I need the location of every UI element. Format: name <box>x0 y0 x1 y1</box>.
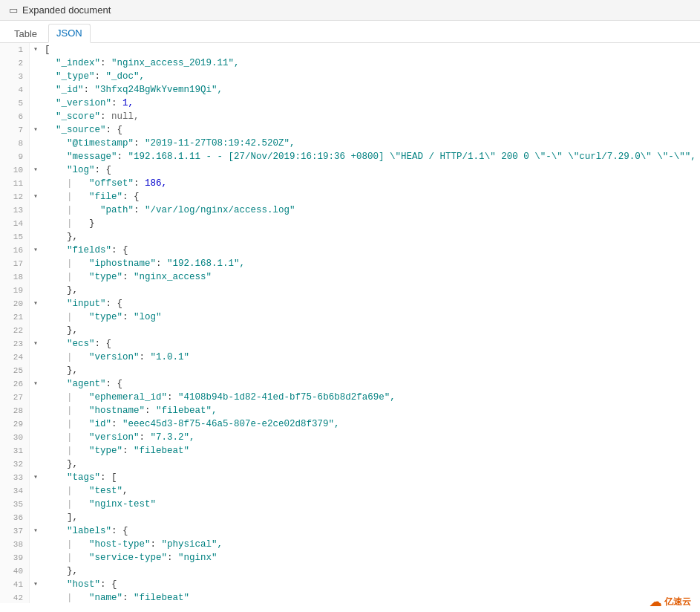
line-content: "agent": { <box>42 377 700 391</box>
json-line-12: 12▾ | "file": { <box>0 190 700 204</box>
line-content: "_source": { <box>42 123 700 137</box>
line-number: 13 <box>0 204 30 217</box>
footer-logo-icon: ☁ <box>650 595 661 603</box>
line-number: 19 <box>0 284 30 297</box>
line-number: 32 <box>0 458 30 471</box>
line-content: | "iphostname": "192.168.1.1", <box>42 257 700 270</box>
line-number: 5 <box>0 97 30 110</box>
json-line-3: 3 "_type": "_doc", <box>0 70 700 83</box>
line-content: "@timestamp": "2019-11-27T08:19:42.520Z"… <box>42 137 700 150</box>
line-number: 10 <box>0 163 30 177</box>
line-content: "_id": "3hfxq24BgWkYvemn19Qi", <box>42 83 700 97</box>
footer: ☁ 亿速云 <box>641 592 700 603</box>
line-toggle[interactable]: ▾ <box>30 524 42 538</box>
line-toggle[interactable]: ▾ <box>30 297 42 310</box>
line-content: "log": { <box>42 163 700 177</box>
line-content: | "offset": 186, <box>42 177 700 190</box>
line-content: | "ephemeral_id": "4108b94b-1d82-41ed-bf… <box>42 391 700 404</box>
line-number: 1 <box>0 43 30 56</box>
line-content: "_score": null, <box>42 110 700 123</box>
tab-table[interactable]: Table <box>6 25 45 42</box>
line-content: | } <box>42 217 700 230</box>
line-content: | "host-type": "physical", <box>42 538 700 551</box>
json-line-30: 30 | "version": "7.3.2", <box>0 431 700 444</box>
line-number: 22 <box>0 324 30 337</box>
line-toggle[interactable]: ▾ <box>30 337 42 351</box>
line-number: 31 <box>0 444 30 458</box>
line-number: 25 <box>0 364 30 377</box>
json-line-27: 27 | "ephemeral_id": "4108b94b-1d82-41ed… <box>0 391 700 404</box>
json-line-25: 25 }, <box>0 364 700 377</box>
line-content: | "id": "eeec45d3-8f75-46a5-807e-e2ce02d… <box>42 417 700 431</box>
json-line-23: 23▾ "ecs": { <box>0 337 700 351</box>
json-line-31: 31 | "type": "filebeat" <box>0 444 700 458</box>
line-toggle[interactable]: ▾ <box>30 43 42 56</box>
line-content: }, <box>42 230 700 244</box>
footer-logo-text: 亿速云 <box>664 596 691 603</box>
line-toggle[interactable]: ▾ <box>30 163 42 177</box>
json-line-22: 22 }, <box>0 324 700 337</box>
line-content: ], <box>42 511 700 524</box>
json-line-36: 36 ], <box>0 511 700 524</box>
json-line-34: 34 | "test", <box>0 484 700 498</box>
line-number: 37 <box>0 524 30 538</box>
line-number: 14 <box>0 217 30 230</box>
line-content: | "type": "filebeat" <box>42 444 700 458</box>
json-line-2: 2 "_index": "nginx_access_2019.11", <box>0 56 700 70</box>
line-content: "_index": "nginx_access_2019.11", <box>42 56 700 70</box>
json-line-1: 1▾[ <box>0 43 700 56</box>
json-line-29: 29 | "id": "eeec45d3-8f75-46a5-807e-e2ce… <box>0 417 700 431</box>
line-number: 20 <box>0 297 30 310</box>
line-content: | "type": "nginx_access" <box>42 270 700 284</box>
line-content: "tags": [ <box>42 471 700 484</box>
line-content: }, <box>42 324 700 337</box>
line-content: "message": "192.168.1.11 - - [27/Nov/201… <box>42 150 700 163</box>
line-content: | "version": "1.0.1" <box>42 351 700 364</box>
line-content: "fields": { <box>42 244 700 257</box>
line-number: 4 <box>0 83 30 97</box>
line-toggle[interactable]: ▾ <box>30 377 42 391</box>
line-number: 2 <box>0 56 30 70</box>
json-line-9: 9 "message": "192.168.1.11 - - [27/Nov/2… <box>0 150 700 163</box>
json-line-19: 19 }, <box>0 284 700 297</box>
line-number: 42 <box>0 591 30 603</box>
line-number: 33 <box>0 471 30 484</box>
line-toggle[interactable]: ▾ <box>30 190 42 204</box>
json-line-18: 18 | "type": "nginx_access" <box>0 270 700 284</box>
json-line-10: 10▾ "log": { <box>0 163 700 177</box>
tab-json[interactable]: JSON <box>48 24 91 43</box>
line-content: "_type": "_doc", <box>42 70 700 83</box>
line-number: 27 <box>0 391 30 404</box>
line-toggle[interactable]: ▾ <box>30 123 42 137</box>
line-toggle[interactable]: ▾ <box>30 471 42 484</box>
json-line-41: 41▾ "host": { <box>0 578 700 591</box>
line-content: }, <box>42 364 700 377</box>
line-toggle[interactable]: ▾ <box>30 578 42 591</box>
line-number: 18 <box>0 270 30 284</box>
json-line-26: 26▾ "agent": { <box>0 377 700 391</box>
line-number: 41 <box>0 578 30 591</box>
line-number: 34 <box>0 484 30 498</box>
json-line-11: 11 | "offset": 186, <box>0 177 700 190</box>
line-content: "ecs": { <box>42 337 700 351</box>
tab-bar: TableJSON <box>0 21 700 43</box>
json-line-38: 38 | "host-type": "physical", <box>0 538 700 551</box>
line-content: [ <box>42 43 700 56</box>
line-content: | "file": { <box>42 190 700 204</box>
line-number: 12 <box>0 190 30 204</box>
json-line-32: 32 }, <box>0 458 700 471</box>
line-content: | "service-type": "nginx" <box>42 551 700 564</box>
line-content: | "type": "log" <box>42 310 700 324</box>
json-line-8: 8 "@timestamp": "2019-11-27T08:19:42.520… <box>0 137 700 150</box>
line-toggle[interactable]: ▾ <box>30 244 42 257</box>
line-number: 6 <box>0 110 30 123</box>
line-content: "_version": 1, <box>42 97 700 110</box>
json-line-40: 40 }, <box>0 564 700 578</box>
json-line-33: 33▾ "tags": [ <box>0 471 700 484</box>
line-number: 36 <box>0 511 30 524</box>
title-bar-text: Expanded document <box>22 4 111 16</box>
line-content: | "test", <box>42 484 700 498</box>
json-line-24: 24 | "version": "1.0.1" <box>0 351 700 364</box>
json-container[interactable]: 1▾[2 "_index": "nginx_access_2019.11",3 … <box>0 43 700 603</box>
json-line-4: 4 "_id": "3hfxq24BgWkYvemn19Qi", <box>0 83 700 97</box>
